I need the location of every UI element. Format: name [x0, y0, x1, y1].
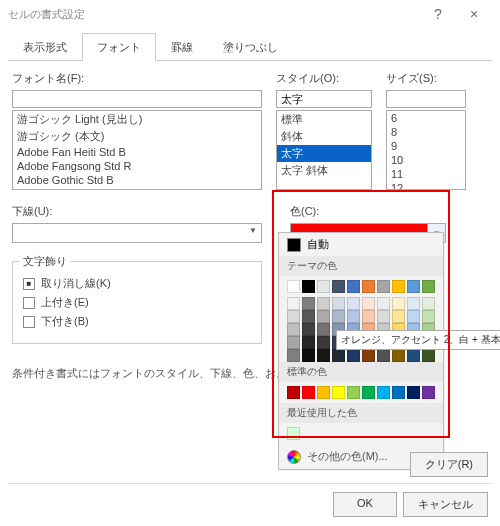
color-swatch[interactable]: [392, 297, 405, 310]
auto-color-swatch: [287, 238, 301, 252]
color-swatch[interactable]: [422, 349, 435, 362]
color-swatch[interactable]: [347, 297, 360, 310]
style-list[interactable]: 標準斜体太字太字 斜体: [276, 110, 372, 190]
auto-color-item[interactable]: 自動: [279, 233, 443, 256]
strikethrough-label: 取り消し線(K): [41, 276, 111, 291]
list-item[interactable]: Adobe Fangsong Std R: [13, 159, 261, 173]
list-item[interactable]: 太字 斜体: [277, 162, 371, 179]
close-button[interactable]: ×: [456, 6, 492, 22]
color-swatch[interactable]: [302, 386, 315, 399]
font-name-list[interactable]: 游ゴシック Light (見出し)游ゴシック (本文)Adobe Fan Hei…: [12, 110, 262, 190]
color-swatch[interactable]: [407, 297, 420, 310]
tab-2[interactable]: 罫線: [156, 33, 208, 61]
color-swatch[interactable]: [302, 323, 315, 336]
list-item[interactable]: 標準: [277, 111, 371, 128]
color-swatch[interactable]: [347, 280, 360, 293]
color-swatch[interactable]: [332, 280, 345, 293]
list-item[interactable]: 12: [387, 181, 465, 190]
color-swatch[interactable]: [407, 349, 420, 362]
color-swatch[interactable]: [422, 386, 435, 399]
color-swatch[interactable]: [317, 386, 330, 399]
list-item[interactable]: Adobe Gothic Std B: [13, 173, 261, 187]
color-swatch[interactable]: [332, 297, 345, 310]
color-swatch[interactable]: [347, 349, 360, 362]
list-item[interactable]: 8: [387, 125, 465, 139]
color-swatch[interactable]: [392, 349, 405, 362]
color-swatch[interactable]: [377, 386, 390, 399]
color-swatch[interactable]: [407, 310, 420, 323]
list-item[interactable]: 10: [387, 153, 465, 167]
color-swatch[interactable]: [287, 386, 300, 399]
auto-color-label: 自動: [307, 237, 329, 252]
color-swatch[interactable]: [302, 336, 315, 349]
color-swatch[interactable]: [407, 280, 420, 293]
color-swatch[interactable]: [317, 280, 330, 293]
color-swatch[interactable]: [317, 349, 330, 362]
color-swatch[interactable]: [287, 349, 300, 362]
list-item[interactable]: 游ゴシック Light (見出し): [13, 111, 261, 128]
color-swatch[interactable]: [287, 280, 300, 293]
color-swatch[interactable]: [317, 323, 330, 336]
color-swatch[interactable]: [377, 297, 390, 310]
list-item[interactable]: 太字: [277, 145, 371, 162]
color-swatch[interactable]: [302, 297, 315, 310]
color-swatch[interactable]: [392, 310, 405, 323]
color-swatch[interactable]: [287, 336, 300, 349]
color-swatch[interactable]: [302, 310, 315, 323]
color-swatch[interactable]: [332, 349, 345, 362]
tab-0[interactable]: 表示形式: [8, 33, 82, 61]
color-swatch[interactable]: [287, 427, 300, 440]
list-item[interactable]: 斜体: [277, 128, 371, 145]
color-swatch[interactable]: [377, 310, 390, 323]
standard-color-row: [279, 382, 443, 403]
list-item[interactable]: Adobe Fan Heiti Std B: [13, 145, 261, 159]
size-list[interactable]: 689101112: [386, 110, 466, 190]
color-swatch[interactable]: [422, 297, 435, 310]
color-swatch[interactable]: [347, 310, 360, 323]
color-swatch[interactable]: [377, 349, 390, 362]
color-swatch[interactable]: [422, 280, 435, 293]
underline-select[interactable]: ▼: [12, 223, 262, 243]
color-swatch[interactable]: [332, 386, 345, 399]
cancel-button[interactable]: キャンセル: [403, 492, 488, 517]
list-item[interactable]: Adobe Heiti Std R: [13, 187, 261, 190]
subscript-label: 下付き(B): [41, 314, 89, 329]
list-item[interactable]: 9: [387, 139, 465, 153]
color-swatch[interactable]: [302, 280, 315, 293]
color-swatch[interactable]: [287, 297, 300, 310]
tab-3[interactable]: 塗りつぶし: [208, 33, 293, 61]
recent-colors-header: 最近使用した色: [279, 403, 443, 423]
color-swatch[interactable]: [347, 386, 360, 399]
list-item[interactable]: 6: [387, 111, 465, 125]
subscript-checkbox[interactable]: 下付き(B): [23, 314, 251, 329]
color-swatch[interactable]: [317, 336, 330, 349]
color-swatch[interactable]: [317, 297, 330, 310]
help-button[interactable]: ?: [420, 6, 456, 22]
size-input[interactable]: [386, 90, 466, 108]
color-swatch[interactable]: [392, 280, 405, 293]
color-swatch[interactable]: [407, 386, 420, 399]
list-item[interactable]: 游ゴシック (本文): [13, 128, 261, 145]
ok-button[interactable]: OK: [333, 492, 397, 517]
clear-button[interactable]: クリア(R): [410, 452, 488, 477]
color-swatch[interactable]: [422, 310, 435, 323]
color-wheel-icon: [287, 450, 301, 464]
color-swatch[interactable]: [362, 386, 375, 399]
color-swatch[interactable]: [317, 310, 330, 323]
color-swatch[interactable]: [287, 310, 300, 323]
font-name-input[interactable]: [12, 90, 262, 108]
color-swatch[interactable]: [362, 310, 375, 323]
list-item[interactable]: 11: [387, 167, 465, 181]
color-swatch[interactable]: [362, 297, 375, 310]
color-swatch[interactable]: [362, 280, 375, 293]
color-swatch[interactable]: [332, 310, 345, 323]
color-swatch[interactable]: [287, 323, 300, 336]
style-input[interactable]: 太字: [276, 90, 372, 108]
color-swatch[interactable]: [302, 349, 315, 362]
color-swatch[interactable]: [362, 349, 375, 362]
tab-1[interactable]: フォント: [82, 33, 156, 61]
color-swatch[interactable]: [377, 280, 390, 293]
color-swatch[interactable]: [392, 386, 405, 399]
superscript-checkbox[interactable]: 上付き(E): [23, 295, 251, 310]
strikethrough-checkbox[interactable]: 取り消し線(K): [23, 276, 251, 291]
